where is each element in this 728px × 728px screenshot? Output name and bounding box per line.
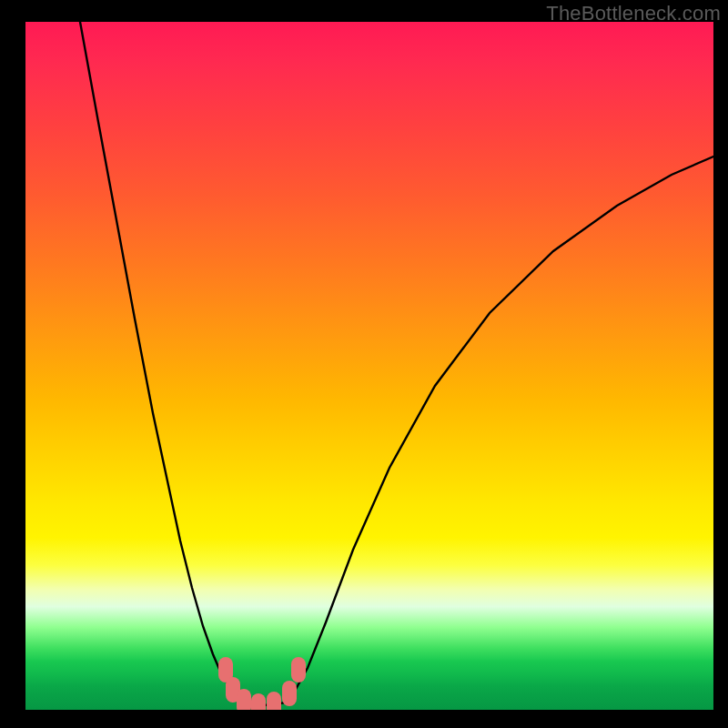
curve-marker: [267, 692, 281, 710]
curve-marker: [237, 689, 251, 710]
curve-marker: [282, 681, 297, 706]
plot-area: [25, 22, 713, 710]
watermark-text: TheBottleneck.com: [546, 2, 721, 25]
curve-marker: [291, 657, 306, 682]
bottleneck-curve: [25, 22, 713, 710]
chart-frame: TheBottleneck.com: [0, 0, 728, 728]
curve-marker: [251, 693, 266, 710]
